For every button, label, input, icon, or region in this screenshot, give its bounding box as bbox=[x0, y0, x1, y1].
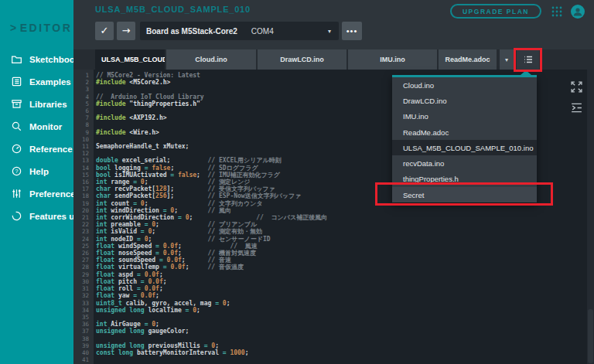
user-avatar[interactable] bbox=[571, 5, 585, 19]
line-number: 26 bbox=[73, 250, 94, 257]
line-number: 39 bbox=[73, 342, 94, 349]
line-number: 18 bbox=[73, 192, 94, 199]
more-options-button[interactable]: ••• bbox=[342, 22, 362, 40]
sidebar-item-help[interactable]: ?Help bbox=[0, 160, 73, 182]
line-number: 3 bbox=[73, 86, 94, 93]
gutter: 1234567891011121314151617181920212223242… bbox=[73, 70, 94, 364]
dropdown-notch bbox=[521, 70, 531, 75]
sidebar-item-examples[interactable]: Examples bbox=[0, 70, 73, 93]
line-number: 25 bbox=[73, 243, 94, 250]
tab-drawlcd-ino[interactable]: DrawLCD.ino bbox=[258, 49, 346, 70]
code-line[interactable]: unsigned long gaugeColor; bbox=[96, 328, 594, 335]
code-line[interactable]: float noseSpeed = 0.0f; // 機首対気速度 bbox=[96, 250, 594, 257]
sidebar-item-monitor[interactable]: Monitor bbox=[0, 115, 73, 138]
apps-grid-icon[interactable] bbox=[551, 5, 563, 18]
dropdown-item-readme-adoc[interactable]: ReadMe.adoc bbox=[392, 124, 537, 140]
chevron-right-icon: > bbox=[10, 22, 19, 34]
fullscreen-icon[interactable] bbox=[570, 80, 583, 94]
magnifier-icon bbox=[10, 121, 22, 133]
code-line[interactable] bbox=[96, 314, 594, 321]
upload-button[interactable]: → bbox=[117, 22, 135, 40]
autoformat-icon[interactable] bbox=[570, 101, 583, 114]
line-number: 9 bbox=[73, 129, 94, 136]
usage-circle-icon bbox=[10, 210, 22, 223]
code-line[interactable] bbox=[96, 335, 594, 342]
code-line[interactable]: int corrWindDirection = 0; // コンパス補正後風向 bbox=[96, 214, 594, 221]
line-number: 36 bbox=[73, 321, 94, 328]
tab-readme-adoc[interactable]: ReadMe.adoc bbox=[439, 49, 497, 70]
dropdown-item-secret[interactable]: Secret bbox=[392, 187, 537, 202]
sidebar-item-label: Sketchbook bbox=[29, 55, 80, 64]
question-icon: ? bbox=[10, 165, 22, 178]
code-line[interactable]: unsigned long previousMillis = 0; bbox=[96, 342, 594, 349]
sidebar-item-label: Monitor bbox=[29, 122, 62, 131]
dropdown-item-cloud-ino[interactable]: Cloud.ino bbox=[392, 77, 537, 93]
vertical-scrollbar[interactable] bbox=[587, 70, 594, 364]
code-line[interactable]: float windSpeed = 0.0f; // 風速 bbox=[96, 243, 594, 250]
board-port-selector[interactable]: Board as M5Stack-Core2 COM4 ▾ bbox=[140, 22, 339, 40]
line-number: 19 bbox=[73, 200, 94, 207]
line-number: 33 bbox=[73, 300, 94, 307]
tab-menu-button[interactable] bbox=[517, 49, 539, 70]
top-bar: ULSA_M5B_CLOUD_SAMPLE_010 UPGRADE PLAN ✓ bbox=[73, 0, 594, 49]
tab-overflow-caret-icon[interactable]: ▾ bbox=[500, 49, 514, 70]
sidebar-nav: SketchbookExamplesLibrariesMonitorRefere… bbox=[0, 48, 73, 227]
sliders-icon bbox=[10, 188, 22, 200]
code-line[interactable]: float aspd = 0.0f; bbox=[96, 271, 594, 278]
dropdown-item-drawlcd-ino[interactable]: DrawLCD.ino bbox=[392, 93, 537, 108]
code-line[interactable] bbox=[96, 356, 594, 363]
line-number: 29 bbox=[73, 271, 94, 278]
sidebar-item-label: Examples bbox=[29, 77, 71, 87]
code-line[interactable]: unsigned long localTime = 0; bbox=[96, 307, 594, 314]
dropdown-item-recvdata-ino[interactable]: recvData.ino bbox=[392, 155, 537, 171]
dropdown-item-thingproperties-h[interactable]: thingProperties.h bbox=[392, 172, 537, 187]
line-number: 10 bbox=[73, 136, 94, 143]
sidebar-item-label: Reference bbox=[29, 145, 73, 154]
tab-imu-ino[interactable]: IMU.ino bbox=[348, 49, 437, 70]
port-label: COM4 bbox=[251, 27, 274, 36]
code-line[interactable]: float virtualTemp = 0.0f; // 音仮温度 bbox=[96, 264, 594, 270]
verify-button[interactable]: ✓ bbox=[95, 22, 114, 40]
line-number: 6 bbox=[73, 107, 94, 114]
line-number: 28 bbox=[73, 264, 94, 270]
sidebar-item-sketchbook[interactable]: Sketchbook bbox=[0, 48, 73, 70]
line-number: 20 bbox=[73, 207, 94, 214]
dropdown-item-ulsa-m5b-cloud-sample-010-ino[interactable]: ULSA_M5B_CLOUD_SAMPLE_010.ino bbox=[392, 140, 537, 155]
upgrade-plan-button[interactable]: UPGRADE PLAN bbox=[450, 4, 541, 19]
line-number: 11 bbox=[73, 143, 94, 150]
sidebar-item-features-usage[interactable]: Features usage bbox=[0, 205, 73, 227]
code-line[interactable]: const long batteryMonitorInterval = 1000… bbox=[96, 349, 594, 356]
list-menu-icon bbox=[522, 53, 534, 66]
sidebar-item-preferences[interactable]: Preferences bbox=[0, 182, 73, 205]
gauge-icon bbox=[10, 143, 22, 155]
sidebar-item-libraries[interactable]: Libraries bbox=[0, 93, 73, 115]
code-line[interactable]: int AirGauge = 0; bbox=[96, 321, 594, 328]
code-line[interactable]: int windDirection = 0; // 風向 bbox=[96, 207, 594, 214]
line-number: 34 bbox=[73, 307, 94, 314]
tab-bar: ULSA_M5B_CLOUD_SAMCloud.inoDrawLCD.inoIM… bbox=[73, 49, 594, 70]
svg-text:?: ? bbox=[15, 168, 18, 174]
code-line[interactable]: int isValid = 0; // 測定有効・無効 bbox=[96, 228, 594, 235]
code-line[interactable]: float yaw = 0.0f; bbox=[96, 292, 594, 299]
list-doc-icon bbox=[10, 76, 22, 88]
tab-ulsa-m5b-cloud-sam[interactable]: ULSA_M5B_CLOUD_SAM bbox=[95, 49, 165, 70]
line-number: 5 bbox=[73, 100, 94, 107]
dropdown-item-imu-ino[interactable]: IMU.ino bbox=[392, 109, 537, 124]
sidebar: >EDITOR SketchbookExamplesLibrariesMonit… bbox=[0, 0, 73, 364]
sidebar-item-reference[interactable]: Reference bbox=[0, 138, 73, 160]
sidebar-item-label: Help bbox=[29, 167, 49, 176]
code-line[interactable]: float roll = 0.0f; bbox=[96, 285, 594, 292]
line-number: 16 bbox=[73, 179, 94, 185]
tab-cloud-ino[interactable]: Cloud.ino bbox=[166, 49, 256, 70]
scrollbar-thumb[interactable] bbox=[588, 309, 593, 363]
line-number: 7 bbox=[73, 114, 94, 121]
toolbar: ✓ → Board as M5Stack-Core2 COM4 ▾ ••• bbox=[95, 22, 362, 40]
code-line[interactable]: uint8_t calib, gyro, accel, mag = 0; bbox=[96, 300, 594, 307]
sidebar-item-label: Preferences bbox=[29, 189, 80, 199]
code-line[interactable]: float pitch = 0.0f; bbox=[96, 278, 594, 285]
editor-logo-label: EDITOR bbox=[20, 22, 73, 34]
line-number: 23 bbox=[73, 228, 94, 235]
code-line[interactable]: int nodeID = 0; // センサーノードID bbox=[96, 236, 594, 243]
line-number: 21 bbox=[73, 214, 94, 221]
line-number: 4 bbox=[73, 94, 94, 100]
